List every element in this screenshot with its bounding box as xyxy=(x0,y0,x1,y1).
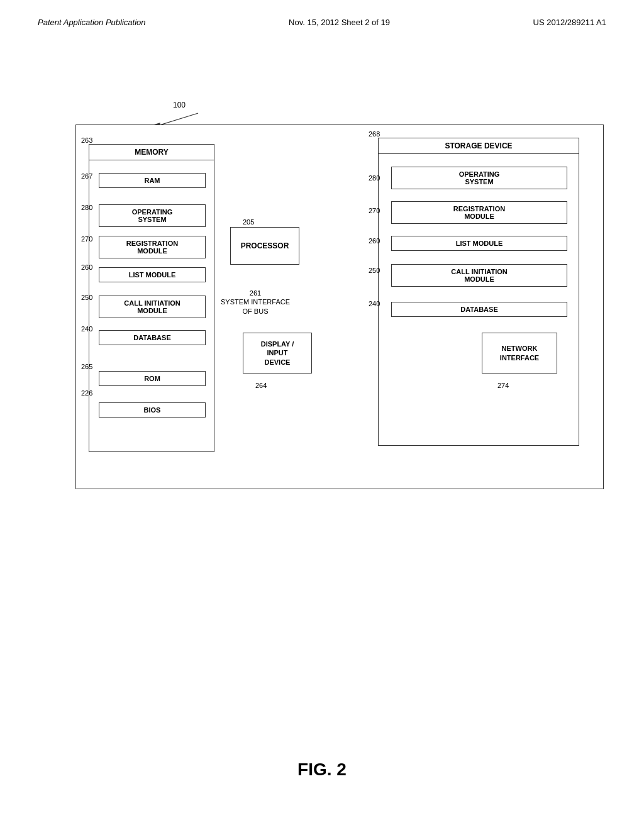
ref-268: 268 xyxy=(369,130,380,138)
storage-call-box: CALL INITIATIONMODULE xyxy=(391,264,567,287)
ref-240-stor: 240 xyxy=(369,300,380,307)
svg-line-0 xyxy=(157,113,198,126)
memory-label: MEMORY xyxy=(89,145,214,160)
ref-250-mem: 250 xyxy=(81,294,92,301)
ref-265: 265 xyxy=(81,363,92,370)
ref-260-mem: 260 xyxy=(81,263,92,271)
ref-205: 205 xyxy=(243,218,254,226)
ref-267: 267 xyxy=(81,172,92,180)
ref-263: 263 xyxy=(81,136,92,144)
ram-box: RAM xyxy=(99,173,206,188)
storage-db-box: DATABASE xyxy=(391,302,567,317)
ref-280-mem: 280 xyxy=(81,204,92,211)
bios-box: BIOS xyxy=(99,402,206,418)
page-header: Patent Application Publication Nov. 15, … xyxy=(0,18,644,27)
network-interface-box: NETWORKINTERFACE xyxy=(482,333,557,374)
ref-240-mem: 240 xyxy=(81,325,92,333)
header-date-sheet: Nov. 15, 2012 Sheet 2 of 19 xyxy=(289,18,390,27)
ref-280-stor: 280 xyxy=(369,174,380,182)
system-interface-label: 261 SYSTEM INTERFACE OF BUS xyxy=(221,289,290,316)
ref-250-stor: 250 xyxy=(369,267,380,274)
memory-list-box: LIST MODULE xyxy=(99,267,206,282)
ref-264: 264 xyxy=(255,382,267,389)
header-publication-type: Patent Application Publication xyxy=(38,18,146,27)
ref-274: 274 xyxy=(497,382,509,389)
header-patent-number: US 2012/289211 A1 xyxy=(533,18,606,27)
ref-270-stor: 270 xyxy=(369,207,380,214)
ref-261: 261 xyxy=(250,289,261,297)
memory-db-box: DATABASE xyxy=(99,330,206,345)
ref-226: 226 xyxy=(81,389,92,397)
storage-list-box: LIST MODULE xyxy=(391,236,567,251)
display-device-box: DISPLAY /INPUTDEVICE xyxy=(243,333,312,374)
storage-os-box: OPERATINGSYSTEM xyxy=(391,167,567,189)
outer-system-box: MEMORY RAM OPERATINGSYSTEM REGISTRATIONM… xyxy=(75,124,604,489)
figure-caption: FIG. 2 xyxy=(0,760,644,780)
memory-call-box: CALL INITIATIONMODULE xyxy=(99,296,206,318)
memory-box: MEMORY RAM OPERATINGSYSTEM REGISTRATIONM… xyxy=(89,144,214,452)
rom-box: ROM xyxy=(99,371,206,386)
ref-270-mem: 270 xyxy=(81,235,92,243)
processor-box: PROCESSOR xyxy=(230,227,299,265)
storage-reg-box: REGISTRATIONMODULE xyxy=(391,201,567,224)
memory-os-box: OPERATINGSYSTEM xyxy=(99,204,206,227)
ref-260-stor: 260 xyxy=(369,237,380,245)
memory-reg-box: REGISTRATIONMODULE xyxy=(99,236,206,258)
storage-label: STORAGE DEVICE xyxy=(379,138,579,154)
storage-box: STORAGE DEVICE OPERATINGSYSTEM REGISTRAT… xyxy=(378,138,579,446)
